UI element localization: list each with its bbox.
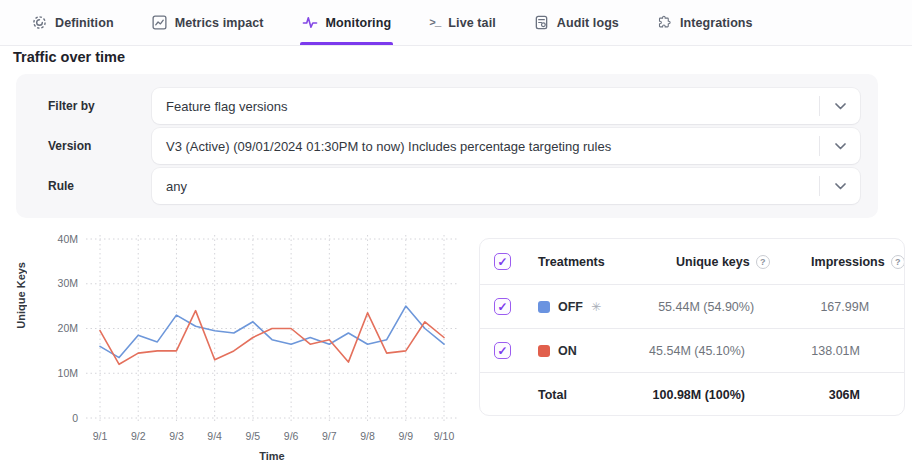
tab-label: Monitoring	[326, 16, 392, 30]
total-unique-keys: 100.98M (100%)	[592, 388, 757, 402]
on-color-swatch	[538, 345, 550, 357]
svg-text:20M: 20M	[58, 322, 78, 334]
traffic-chart: Unique Keys 010M20M30M40M9/19/29/39/49/5…	[12, 226, 482, 470]
select-all-checkbox[interactable]: ✓	[494, 253, 511, 270]
row-checkbox[interactable]: ✓	[494, 298, 511, 315]
svg-text:9/6: 9/6	[284, 430, 299, 442]
audit-log-icon	[534, 15, 549, 30]
chevron-down-icon	[820, 143, 860, 150]
treatments-table: ✓ Treatments Unique keys ? Impressions ?…	[479, 238, 905, 416]
tab-metrics-impact[interactable]: Metrics impact	[150, 0, 266, 45]
table-row-off: ✓ OFF ✳ 55.44M (54.90%) 167.99M	[480, 284, 904, 328]
metrics-chart-icon	[152, 15, 167, 30]
table-row-on: ✓ ON 45.54M (45.10%) 138.01M	[480, 328, 904, 372]
treatment-name: OFF	[558, 300, 583, 314]
impressions-header: Impressions ?	[770, 255, 905, 269]
impressions-value: 167.99M	[766, 300, 901, 314]
impressions-header-label: Impressions	[811, 255, 885, 269]
unique-keys-header-label: Unique keys	[676, 255, 750, 269]
tab-label: Live tail	[448, 16, 495, 30]
svg-text:30M: 30M	[58, 277, 78, 289]
select-value: V3 (Active) (09/01/2024 01:30PM to now) …	[152, 139, 819, 154]
unique-keys-value: 45.54M (45.10%)	[592, 344, 757, 358]
svg-text:9/10: 9/10	[434, 430, 455, 442]
svg-text:9/1: 9/1	[93, 430, 108, 442]
filter-label: Filter by	[48, 99, 152, 113]
svg-text:9/7: 9/7	[322, 430, 337, 442]
filter-by-select[interactable]: Feature flag versions	[152, 88, 860, 124]
total-impressions: 306M	[757, 388, 892, 402]
page-title: Traffic over time	[13, 49, 125, 65]
tab-audit-logs[interactable]: Audit logs	[532, 0, 621, 45]
impressions-value: 138.01M	[757, 344, 892, 358]
svg-text:10M: 10M	[58, 367, 78, 379]
unique-keys-header: Unique keys ?	[605, 255, 770, 269]
chevron-down-icon	[820, 103, 860, 110]
svg-text:9/8: 9/8	[360, 430, 375, 442]
tab-integrations[interactable]: Integrations	[655, 0, 755, 45]
svg-text:9/2: 9/2	[131, 430, 146, 442]
select-value: Feature flag versions	[152, 99, 819, 114]
tab-bar: Definition Metrics impact Monitoring >_ …	[0, 0, 912, 46]
treatments-header: Treatments	[538, 255, 605, 269]
tab-monitoring[interactable]: Monitoring	[300, 0, 394, 45]
help-icon[interactable]: ?	[891, 255, 905, 269]
treatment-name-cell: OFF ✳	[538, 300, 601, 314]
puzzle-icon	[657, 15, 672, 30]
definition-icon	[32, 15, 47, 30]
tab-label: Metrics impact	[175, 16, 264, 30]
tab-label: Definition	[55, 16, 114, 30]
pulse-icon	[302, 15, 318, 30]
filter-label: Rule	[48, 179, 152, 193]
filter-label: Version	[48, 139, 152, 153]
x-axis-label: Time	[100, 450, 444, 462]
terminal-icon: >_	[429, 17, 440, 29]
row-checkbox[interactable]: ✓	[494, 342, 511, 359]
svg-text:9/3: 9/3	[169, 430, 184, 442]
svg-text:9/4: 9/4	[207, 430, 222, 442]
svg-text:0: 0	[72, 412, 78, 424]
rule-select[interactable]: any	[152, 168, 860, 204]
tab-label: Audit logs	[557, 16, 619, 30]
treatment-name-cell: ON	[538, 344, 592, 358]
table-header-row: ✓ Treatments Unique keys ? Impressions ?	[480, 239, 904, 284]
table-total-row: Total 100.98M (100%) 306M	[480, 372, 904, 416]
select-value: any	[152, 179, 819, 194]
filter-row-rule: Rule any	[48, 168, 860, 204]
help-icon[interactable]: ?	[756, 255, 770, 269]
tab-label: Integrations	[680, 16, 753, 30]
off-color-swatch	[538, 301, 550, 313]
filter-row-version: Version V3 (Active) (09/01/2024 01:30PM …	[48, 128, 860, 164]
traffic-chart-svg: 010M20M30M40M9/19/29/39/49/59/69/79/89/9…	[12, 226, 482, 446]
tab-live-tail[interactable]: >_ Live tail	[427, 0, 498, 45]
chevron-down-icon	[820, 183, 860, 190]
version-select[interactable]: V3 (Active) (09/01/2024 01:30PM to now) …	[152, 128, 860, 164]
filter-row-filter-by: Filter by Feature flag versions	[48, 88, 860, 124]
treatment-name: ON	[558, 344, 577, 358]
unique-keys-value: 55.44M (54.90%)	[601, 300, 766, 314]
svg-text:9/5: 9/5	[246, 430, 261, 442]
tab-definition[interactable]: Definition	[30, 0, 116, 45]
total-label: Total	[538, 388, 592, 402]
svg-text:40M: 40M	[58, 233, 78, 245]
svg-text:9/9: 9/9	[398, 430, 413, 442]
default-treatment-icon: ✳	[591, 300, 601, 314]
filter-panel: Filter by Feature flag versions Version …	[16, 74, 878, 218]
